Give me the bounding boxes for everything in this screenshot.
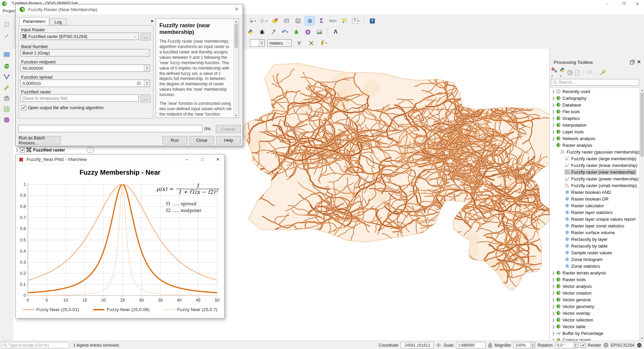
close-icon[interactable]: ✕: [235, 6, 239, 12]
output-browse-button[interactable]: …: [141, 94, 151, 102]
toolbox-tree-item[interactable]: ❯Cartography: [550, 95, 640, 101]
chevron-right-icon[interactable]: ❯: [551, 123, 556, 127]
chevron-right-icon[interactable]: ❯: [551, 285, 556, 288]
build-hammer-icon[interactable]: [269, 28, 278, 36]
chevron-right-icon[interactable]: ❯: [551, 332, 556, 335]
chevron-right-icon[interactable]: ❯: [551, 103, 556, 107]
history-icon[interactable]: [567, 70, 573, 76]
georeferencer-icon[interactable]: [314, 28, 324, 36]
chevron-right-icon[interactable]: ❯: [551, 291, 556, 295]
scrollbar-thumb[interactable]: [640, 93, 644, 157]
band-number-select[interactable]: Band 1 (Gray)⌄: [20, 49, 150, 56]
chevron-right-icon[interactable]: ❯: [551, 305, 556, 308]
chevron-right-icon[interactable]: ❯: [551, 298, 556, 302]
help-button[interactable]: Help: [216, 136, 241, 144]
toolbox-tree-item[interactable]: Zonal statistics: [550, 263, 640, 269]
chevron-right-icon[interactable]: ❯: [15, 148, 18, 152]
python-icon[interactable]: ▾: [560, 68, 565, 78]
toolbox-tree-item[interactable]: 10Fuzzify raster (linear membership): [550, 162, 640, 169]
no-edits-icon[interactable]: [270, 16, 280, 25]
float-panel-icon[interactable]: [630, 59, 635, 65]
toolbox-tree-item[interactable]: 10Fuzzify raster (large membership): [550, 155, 640, 162]
run-as-batch-button[interactable]: Run as Batch Process…: [18, 136, 61, 144]
left-tool-icon-2[interactable]: [2, 32, 11, 40]
processing-gears-icon[interactable]: ▾: [551, 67, 558, 78]
toolbox-tree-item[interactable]: 10Fuzzify raster (gaussian membership): [550, 148, 640, 155]
close-button[interactable]: Close: [189, 136, 214, 144]
chevron-right-icon[interactable]: ❯: [551, 271, 556, 275]
snapping-tolerance-input[interactable]: ▲▼: [250, 39, 265, 47]
left-tool-icon-6[interactable]: [2, 83, 11, 92]
scroll-up-icon[interactable]: ▲: [234, 19, 238, 24]
lock-icon[interactable]: [488, 343, 492, 348]
toolbox-tree-item[interactable]: ❯Raster terrain analysis: [550, 269, 640, 276]
chevron-down-icon[interactable]: ⌄: [551, 143, 556, 147]
toolbox-tree-item[interactable]: Raster layer statistics: [550, 209, 640, 216]
messages-icon[interactable]: [637, 343, 642, 348]
scrollbar-thumb[interactable]: [235, 24, 238, 48]
toolbox-tree-item[interactable]: ⌄Raster analysis: [550, 142, 640, 148]
layer-notification-badge[interactable]: [87, 147, 94, 152]
toolbox-tree-item[interactable]: ❯Vector analysis: [550, 283, 640, 290]
toolbox-tree-item[interactable]: ❯Database: [550, 101, 640, 108]
toolbox-tree-item[interactable]: ❯Layer tools: [550, 128, 640, 135]
left-tool-icon-9[interactable]: [2, 116, 11, 124]
minimize-button[interactable]: –: [600, 0, 614, 7]
minimize-button[interactable]: –: [181, 155, 193, 164]
scale-select[interactable]: 1:686990⌄: [456, 342, 486, 348]
toolbox-tree-item[interactable]: Raster layer zonal statistics: [550, 222, 640, 229]
sum-features-icon[interactable]: Σ: [317, 16, 326, 25]
output-file-input[interactable]: [Save to temporary file]: [20, 94, 139, 102]
toolbox-scrollbar[interactable]: ▲ ▼: [639, 88, 644, 341]
chevron-right-icon[interactable]: ❯: [551, 117, 556, 120]
toolbox-tree-item[interactable]: Raster layer unique values report: [550, 216, 640, 222]
run-button[interactable]: Run: [162, 136, 187, 144]
python-console-icon[interactable]: [246, 28, 255, 36]
crs-globe-icon[interactable]: [603, 343, 608, 348]
plugin-bug-icon[interactable]: [292, 28, 301, 36]
snapping-units-select[interactable]: meters⌄: [267, 39, 292, 47]
chevron-right-icon[interactable]: ❯: [551, 137, 556, 140]
dialog-titlebar[interactable]: Fuzzify Raster (Near Membership) ✕: [16, 4, 243, 14]
chevron-right-icon[interactable]: ❯: [551, 96, 556, 100]
chevron-right-icon[interactable]: ❯: [551, 90, 556, 93]
tab-parameters[interactable]: Parameters: [19, 17, 49, 25]
chevron-right-icon[interactable]: ❯: [551, 311, 556, 315]
deselect-icon[interactable]: ▾: [259, 16, 268, 25]
help-scrollbar[interactable]: ▲ ▼: [234, 19, 238, 118]
plugin-manager-icon[interactable]: [303, 28, 312, 36]
toolbox-tree-item[interactable]: ❯Network analysis: [550, 135, 640, 142]
rotation-input[interactable]: 0,0 °▲▼: [555, 342, 578, 348]
toolbox-tree-item[interactable]: Reclassify by layer: [550, 236, 640, 243]
input-raster-select[interactable]: Fuzzified raster [EPSG:31254]⌄: [20, 33, 139, 40]
coordinate-value[interactable]: 24581,161612: [401, 342, 434, 348]
options-wrench-icon[interactable]: [600, 70, 605, 76]
chevron-right-icon[interactable]: ❯: [551, 278, 556, 281]
tab-log[interactable]: Log: [49, 18, 67, 25]
left-tool-icon-8[interactable]: [2, 105, 11, 114]
left-tool-icon-3[interactable]: [2, 50, 11, 59]
toolbox-tree-item[interactable]: ❯Vector selection: [550, 316, 640, 323]
undo-icon[interactable]: ↶▾: [280, 28, 290, 36]
fuzzify-dialog[interactable]: Fuzzify Raster (Near Membership) ✕ Param…: [15, 4, 243, 146]
locate-input[interactable]: Type to locate (Ctrl+K): [1, 342, 69, 348]
irfanview-titlebar[interactable]: Fuzzify_Near.PNG - IrfanView – □ ✕: [16, 155, 224, 165]
layer-visibility-checkbox[interactable]: [20, 147, 25, 152]
toolbox-tree-item[interactable]: Reclassify by table: [550, 243, 640, 249]
toolbox-tree-item[interactable]: ❯Interpolation: [550, 122, 640, 128]
help-icon[interactable]: ?: [367, 16, 377, 25]
maximize-button[interactable]: □: [196, 155, 209, 164]
scroll-up-icon[interactable]: ▲: [640, 88, 644, 92]
statistics-icon[interactable]: [293, 16, 303, 25]
render-checkbox[interactable]: [581, 343, 586, 348]
maximize-button[interactable]: ❐: [617, 0, 631, 7]
processing-toolbox-icon[interactable]: [305, 16, 315, 26]
chevron-right-icon[interactable]: ❯: [551, 325, 556, 329]
open-output-checkbox[interactable]: [21, 105, 26, 110]
select-features-icon[interactable]: ▾: [248, 16, 257, 25]
toolbox-tree-item[interactable]: Raster boolean OR: [550, 195, 640, 202]
chevron-right-icon[interactable]: ❯: [551, 110, 556, 114]
toolbox-tree-item[interactable]: 10Fuzzify raster (small membership): [550, 182, 640, 189]
toolbox-tree-item[interactable]: ❯Recently used: [550, 88, 640, 95]
toolbox-tree-item[interactable]: ❯Graphics: [550, 115, 640, 122]
